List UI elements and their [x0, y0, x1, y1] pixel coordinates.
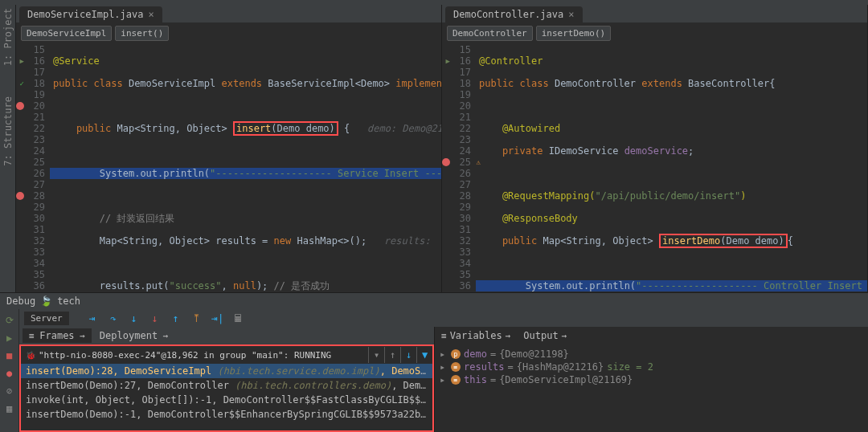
close-icon[interactable]: ×	[568, 9, 574, 20]
right-gutter[interactable]: 1516171819202122232425262728293031323334…	[442, 44, 476, 292]
variables-tab[interactable]: ≡ Variables →	[435, 328, 517, 343]
left-tab-bar: DemoServiceImpl.java ×	[16, 5, 441, 22]
left-tool-strip: 1: Project 7: Structure	[0, 5, 16, 292]
nav-method[interactable]: insertDemo()	[536, 26, 611, 41]
tab-label: DemoServiceImpl.java	[27, 9, 144, 20]
layout-button[interactable]: ▦	[3, 402, 16, 415]
left-gutter[interactable]: 1516171819202122232425262728293031323334…	[16, 44, 50, 292]
right-tab-bar: DemoController.java ×	[442, 5, 867, 22]
frame-item[interactable]: insertDemo(Demo):-1, DemoController$$Enh…	[21, 407, 432, 422]
step-out-button[interactable]: ↑	[169, 311, 183, 325]
nav-class[interactable]: DemoController	[447, 26, 533, 41]
tab-demoserviceimpl[interactable]: DemoServiceImpl.java ×	[19, 6, 162, 22]
debug-panel: Debug 🍃 tech ⟳ ▶ ■ ● ⊘ ▦ Server ⇥ ↷ ↓ ↓ …	[0, 292, 868, 432]
run-to-cursor-button[interactable]: ⇥|	[211, 311, 225, 325]
debug-left-tool-strip: ⟳ ▶ ■ ● ⊘ ▦	[0, 309, 19, 432]
thread-dropdown-icon[interactable]: ▾	[368, 347, 384, 363]
frames-panel: "http-nio-8080-exec-24"@18,962 in group …	[19, 344, 434, 432]
mute-breakpoints-button[interactable]: ⊘	[3, 385, 16, 397]
evaluate-button[interactable]: 🖩	[231, 311, 246, 325]
debug-app-name: tech	[57, 295, 80, 307]
frame-item[interactable]: invoke(int, Object, Object[]):-1, DemoCo…	[21, 393, 432, 407]
variables-tree[interactable]: ▸pdemo = {Demo@21198}▸≡results = {HashMa…	[435, 344, 868, 432]
stop-button[interactable]: ■	[3, 349, 16, 362]
close-icon[interactable]: ×	[149, 9, 154, 20]
show-execution-point-button[interactable]: ⇥	[85, 311, 100, 325]
force-step-into-button[interactable]: ↓	[148, 311, 162, 325]
thread-selector[interactable]: "http-nio-8080-exec-24"@18,962 in group …	[21, 348, 368, 362]
left-code[interactable]: @Service public class DemoServiceImpl ex…	[50, 44, 441, 292]
nav-class[interactable]: DemoServiceImpl	[21, 26, 112, 41]
debug-label: Debug	[6, 295, 35, 307]
rerun-button[interactable]: ⟳	[3, 314, 16, 327]
deployment-tab[interactable]: Deployment →	[93, 328, 175, 343]
prev-frame-button[interactable]: ↑	[384, 347, 400, 363]
right-nav-crumb: DemoController insertDemo()	[442, 22, 867, 44]
right-code[interactable]: @Controller public class DemoController …	[476, 44, 867, 292]
tab-democontroller[interactable]: DemoController.java ×	[445, 6, 583, 22]
next-frame-button[interactable]: ↓	[400, 347, 416, 363]
server-tab[interactable]: Server	[24, 312, 69, 325]
frame-item[interactable]: insertDemo(Demo):27, DemoController (hbi…	[21, 378, 432, 393]
debug-toolbar: Server ⇥ ↷ ↓ ↓ ↑ ⤒ ⇥| 🖩	[19, 309, 868, 327]
variable-row[interactable]: ▸≡results = {HashMap@21216} size = 2	[440, 361, 863, 373]
filter-button[interactable]: ▼	[416, 347, 432, 363]
step-over-button[interactable]: ↷	[106, 311, 121, 325]
project-tool-button[interactable]: 1: Project	[2, 8, 14, 66]
frame-list[interactable]: insert(Demo):28, DemoServiceImpl (hbi.te…	[21, 364, 432, 430]
frame-item[interactable]: insert(Demo):28, DemoServiceImpl (hbi.te…	[21, 364, 432, 378]
left-nav-crumb: DemoServiceImpl insert()	[16, 22, 441, 44]
variable-row[interactable]: ▸≡this = {DemoServiceImpl@21169}	[440, 373, 863, 386]
breakpoints-button[interactable]: ●	[3, 367, 16, 380]
output-tab[interactable]: Output →	[517, 328, 573, 343]
step-into-button[interactable]: ↓	[127, 311, 141, 325]
nav-method[interactable]: insert()	[115, 26, 169, 41]
variable-row[interactable]: ▸pdemo = {Demo@21198}	[440, 348, 863, 361]
resume-button[interactable]: ▶	[3, 332, 16, 344]
tab-label: DemoController.java	[453, 9, 563, 20]
drop-frame-button[interactable]: ⤒	[190, 311, 204, 325]
frames-tab[interactable]: ≡ Frames →	[23, 328, 92, 343]
structure-tool-button[interactable]: 7: Structure	[2, 96, 14, 166]
